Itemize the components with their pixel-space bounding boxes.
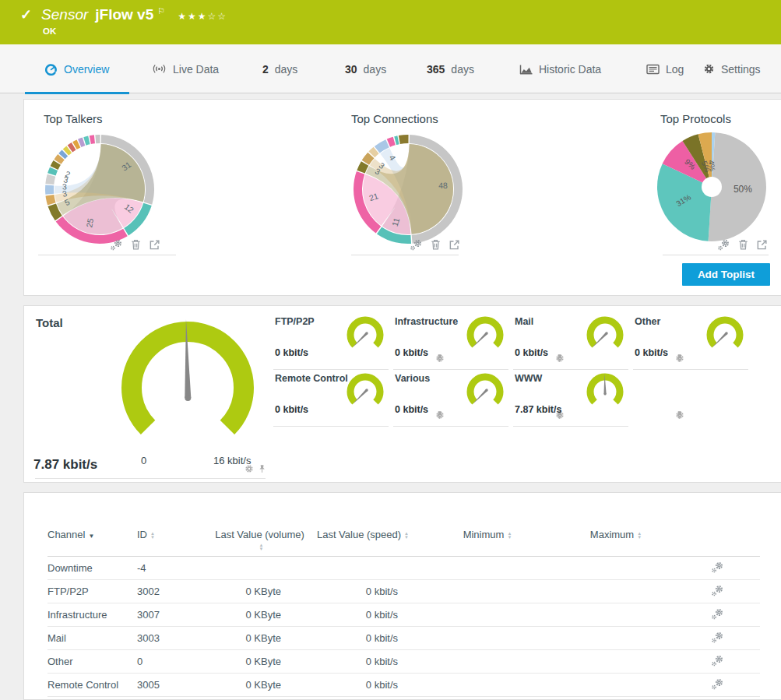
divider xyxy=(38,255,176,255)
sort-desc-icon: ▼ xyxy=(88,533,94,540)
col-id[interactable]: ID▲▼ xyxy=(137,529,215,540)
cell-volume: 0 KByte xyxy=(215,656,304,667)
top-protocols-chart[interactable]: 50%31%9%5%4% xyxy=(653,128,770,245)
toplist-title: Top Talkers xyxy=(44,112,103,125)
gauge-arc xyxy=(470,377,500,402)
gauge-cell-infrastructure: Infrastructure0 kbit/s xyxy=(393,312,508,364)
table-row-remote-control[interactable]: Remote Control30050 KByte0 kbit/s xyxy=(47,674,760,697)
channel-settings-gears-icon[interactable] xyxy=(711,561,724,573)
col-last-value-volume[interactable]: Last Value (volume)▲▼ xyxy=(215,529,304,552)
add-toplist-button[interactable]: Add Toplist xyxy=(682,263,770,286)
table-row-mail[interactable]: Mail30030 KByte0 kbit/s xyxy=(47,627,760,650)
channel-gauge xyxy=(343,371,387,412)
gears-icon[interactable] xyxy=(410,238,423,251)
sensor-header: ✓ Sensor jFlow v5 ⚐ ★★★☆☆ OK xyxy=(0,0,781,44)
chord-segment xyxy=(46,195,56,205)
tab-label: Overview xyxy=(64,63,109,76)
channel-settings-gears-icon[interactable] xyxy=(711,607,724,620)
gears-icon[interactable] xyxy=(110,238,123,251)
col-maximum[interactable]: Maximum▲▼ xyxy=(554,529,678,540)
col-last-value-speed[interactable]: Last Value (speed)▲▼ xyxy=(304,529,421,540)
top-talkers-chart[interactable]: 31122553332 xyxy=(41,131,158,248)
gauge-arc xyxy=(590,320,620,345)
tab-30-days[interactable]: 30 days xyxy=(325,44,406,93)
col-minimum[interactable]: Minimum▲▼ xyxy=(421,529,554,540)
gauge-arc xyxy=(350,320,380,345)
tab-label: days xyxy=(451,63,474,76)
gauge-min-label: 0 xyxy=(141,455,146,466)
total-gauge xyxy=(106,312,269,460)
table-row-ftp-p2p[interactable]: FTP/P2P30020 KByte0 kbit/s xyxy=(47,580,760,603)
flag-icon[interactable]: ⚐ xyxy=(157,6,165,16)
chord-segment xyxy=(90,135,95,144)
sensor-name: jFlow v5 xyxy=(95,6,153,23)
toplists-panel: Top Talkers 31122553332 Top Connections … xyxy=(23,99,781,296)
toplist-toolbar xyxy=(44,238,160,251)
gears-icon[interactable] xyxy=(717,238,730,251)
trash-icon[interactable] xyxy=(130,238,142,251)
gauge-cell-mail: Mail0 kbit/s xyxy=(513,312,628,364)
sort-icon: ▲▼ xyxy=(637,532,642,540)
gauge-arc xyxy=(470,320,500,345)
tab-live-data[interactable]: Live Data xyxy=(132,44,239,93)
pie-hole xyxy=(702,177,722,197)
cell-channel: Mail xyxy=(47,632,137,644)
cell-speed: 0 kbit/s xyxy=(304,586,421,597)
channel-settings-gears-icon[interactable] xyxy=(711,677,724,690)
tab-2-days[interactable]: 2 days xyxy=(242,44,318,93)
cell-speed: 0 kbit/s xyxy=(304,656,421,667)
table-header-row: Channel▼ ID▲▼ Last Value (volume)▲▼ Last… xyxy=(47,521,760,557)
cell-id: 3007 xyxy=(137,609,215,621)
table-row-other[interactable]: Other00 KByte0 kbit/s xyxy=(47,650,760,674)
gauge-arc xyxy=(710,320,740,345)
tab-number: 30 xyxy=(345,63,357,76)
table-row-downtime[interactable]: Downtime-4 xyxy=(47,557,760,580)
priority-stars[interactable]: ★★★☆☆ xyxy=(178,11,227,22)
cell-channel: FTP/P2P xyxy=(47,586,137,597)
tab-overview[interactable]: Overview xyxy=(25,44,129,93)
external-link-icon[interactable] xyxy=(449,239,460,251)
gear-icon[interactable] xyxy=(245,464,254,473)
cell-volume: 0 KByte xyxy=(215,632,304,644)
tab-number: 2 xyxy=(262,63,269,76)
divider xyxy=(663,255,769,255)
tab-365-days[interactable]: 365 days xyxy=(406,44,494,93)
cell-channel: Remote Control xyxy=(47,679,137,691)
live-data-icon xyxy=(152,63,167,75)
toplist-title: Top Protocols xyxy=(660,112,731,125)
gauge-cell-various: Various0 kbit/s xyxy=(393,369,508,420)
gauge-cell-www: WWW7.87 kbit/s xyxy=(513,369,628,420)
channel-settings-gears-icon[interactable] xyxy=(711,654,724,667)
trash-icon[interactable] xyxy=(430,238,442,251)
chord-segment xyxy=(45,174,55,185)
external-link-icon[interactable] xyxy=(149,239,160,251)
cell-id: 3005 xyxy=(137,679,215,691)
tab-historic-data[interactable]: Historic Data xyxy=(499,44,621,93)
toplist-toolbar xyxy=(659,238,768,251)
gauge-cell-ftp-p2p: FTP/P2P0 kbit/s xyxy=(273,312,389,364)
cell-id: 3002 xyxy=(137,586,215,597)
external-link-icon[interactable] xyxy=(756,239,768,251)
chord-label: 2 xyxy=(64,169,72,179)
table-row-infrastructure[interactable]: Infrastructure30070 KByte0 kbit/s xyxy=(47,603,760,627)
channel-value: 7.87 kbit/s xyxy=(515,404,561,415)
tab-label: Historic Data xyxy=(539,63,601,76)
pin-icon[interactable] xyxy=(258,464,266,473)
channel-title: WWW xyxy=(515,373,542,384)
gear-icon xyxy=(703,63,715,75)
trash-icon[interactable] xyxy=(737,238,749,251)
channel-value: 0 kbit/s xyxy=(275,404,308,415)
cell-speed: 0 kbit/s xyxy=(304,679,421,691)
log-icon xyxy=(646,64,660,75)
channel-gauge xyxy=(583,371,627,412)
pie-label: 50% xyxy=(734,184,752,195)
cell-volume: 0 KByte xyxy=(215,609,304,621)
col-channel[interactable]: Channel▼ xyxy=(47,529,137,540)
chord-segment xyxy=(95,135,100,143)
channel-settings-gears-icon[interactable] xyxy=(711,631,724,643)
table-body: Downtime-4FTP/P2P30020 KByte0 kbit/sInfr… xyxy=(47,557,760,697)
divider xyxy=(35,478,266,479)
channel-settings-gears-icon[interactable] xyxy=(711,584,724,596)
top-connections-chart[interactable]: 481121334 xyxy=(350,131,466,248)
tab-settings[interactable]: Settings xyxy=(683,44,781,93)
